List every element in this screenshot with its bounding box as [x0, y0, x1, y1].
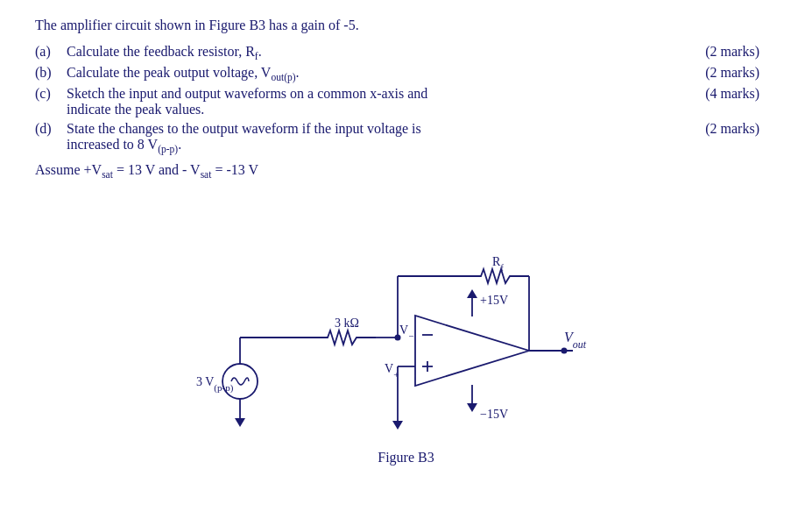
q-label-a: (a): [35, 44, 67, 60]
q-text-a: Calculate the feedback resistor, Rf.: [67, 44, 689, 61]
svg-text:V+: V+: [385, 362, 399, 380]
circuit-diagram: 3 kΩ V− Rf: [187, 197, 625, 443]
question-a: (a) Calculate the feedback resistor, Rf.…: [35, 44, 777, 61]
q-label-c: (c): [35, 86, 67, 102]
question-b: (b) Calculate the peak output voltage, V…: [35, 65, 777, 82]
q-label-b: (b): [35, 65, 67, 81]
svg-text:3 V(p-p): 3 V(p-p): [196, 375, 234, 394]
figure-caption: Figure B3: [378, 450, 434, 466]
svg-text:Vout: Vout: [564, 330, 587, 351]
svg-marker-13: [415, 316, 529, 386]
intro-text: The amplifier circuit shown in Figure B3…: [35, 18, 777, 33]
svg-text:Rf: Rf: [492, 255, 504, 273]
svg-marker-26: [392, 421, 403, 430]
figure-area: 3 kΩ V− Rf: [35, 197, 777, 466]
q-label-d: (d): [35, 121, 67, 137]
questions-section: (a) Calculate the feedback resistor, Rf.…: [35, 44, 777, 155]
svg-text:V−: V−: [399, 323, 413, 341]
q-marks-c: (4 marks): [689, 86, 777, 102]
question-d: (d) State the changes to the output wave…: [35, 121, 777, 154]
svg-point-0: [222, 364, 258, 399]
q-text-b: Calculate the peak output voltage, Vout(…: [67, 65, 689, 82]
q-marks-d: (2 marks): [689, 121, 777, 137]
question-c: (c) Sketch the input and output waveform…: [35, 86, 777, 117]
svg-marker-21: [467, 403, 477, 412]
svg-point-29: [561, 347, 567, 353]
svg-text:+15V: +15V: [480, 294, 508, 307]
q-text-c: Sketch the input and output waveforms on…: [67, 86, 689, 117]
q-marks-a: (2 marks): [689, 44, 777, 60]
assume-line: Assume +Vsat = 13 V and - Vsat = -13 V: [35, 162, 777, 180]
svg-text:3 kΩ: 3 kΩ: [335, 316, 359, 330]
svg-marker-18: [467, 289, 477, 298]
svg-text:−15V: −15V: [480, 408, 508, 421]
q-marks-b: (2 marks): [689, 65, 777, 81]
q-text-d: State the changes to the output waveform…: [67, 121, 689, 154]
svg-marker-2: [235, 418, 245, 427]
